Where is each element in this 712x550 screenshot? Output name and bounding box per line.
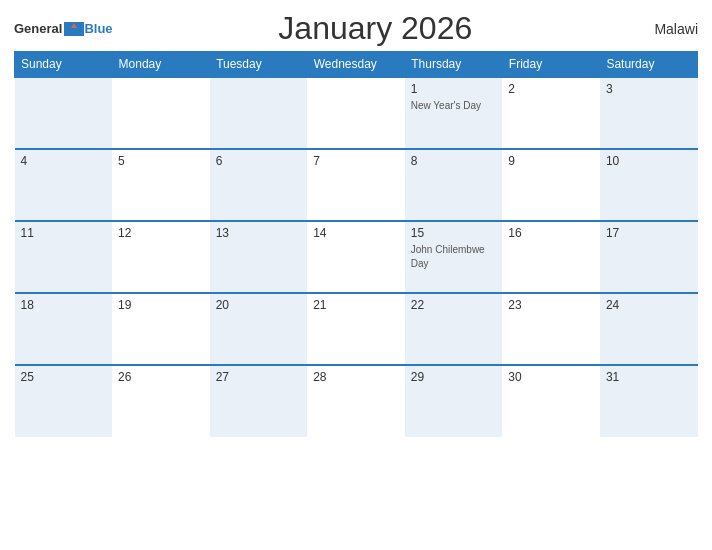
col-header-sunday: Sunday <box>15 52 113 78</box>
day-number: 8 <box>411 154 497 168</box>
day-number: 1 <box>411 82 497 96</box>
calendar-cell <box>112 77 210 149</box>
day-number: 30 <box>508 370 594 384</box>
col-header-thursday: Thursday <box>405 52 503 78</box>
calendar-cell: 6 <box>210 149 308 221</box>
calendar-cell <box>307 77 405 149</box>
calendar-page: General Blue January 2026 Malawi Sunday … <box>0 0 712 550</box>
day-number: 31 <box>606 370 692 384</box>
logo: General Blue <box>14 20 113 38</box>
holiday-label: John Chilembwe Day <box>411 244 485 269</box>
day-number: 2 <box>508 82 594 96</box>
day-number: 13 <box>216 226 302 240</box>
calendar-cell: 31 <box>600 365 698 437</box>
day-number: 18 <box>21 298 107 312</box>
calendar-cell: 13 <box>210 221 308 293</box>
day-number: 16 <box>508 226 594 240</box>
col-header-wednesday: Wednesday <box>307 52 405 78</box>
weekday-header-row: Sunday Monday Tuesday Wednesday Thursday… <box>15 52 698 78</box>
calendar-cell: 15John Chilembwe Day <box>405 221 503 293</box>
calendar-cell: 29 <box>405 365 503 437</box>
calendar-cell: 26 <box>112 365 210 437</box>
day-number: 14 <box>313 226 399 240</box>
day-number: 3 <box>606 82 692 96</box>
day-number: 9 <box>508 154 594 168</box>
day-number: 4 <box>21 154 107 168</box>
calendar-week-row: 25262728293031 <box>15 365 698 437</box>
day-number: 19 <box>118 298 204 312</box>
logo-general: General <box>14 22 62 35</box>
calendar-cell: 8 <box>405 149 503 221</box>
day-number: 28 <box>313 370 399 384</box>
calendar-cell: 30 <box>502 365 600 437</box>
calendar-cell: 9 <box>502 149 600 221</box>
col-header-saturday: Saturday <box>600 52 698 78</box>
calendar-cell: 19 <box>112 293 210 365</box>
col-header-friday: Friday <box>502 52 600 78</box>
calendar-cell: 14 <box>307 221 405 293</box>
calendar-cell: 24 <box>600 293 698 365</box>
calendar-week-row: 18192021222324 <box>15 293 698 365</box>
day-number: 11 <box>21 226 107 240</box>
day-number: 29 <box>411 370 497 384</box>
calendar-cell: 27 <box>210 365 308 437</box>
day-number: 22 <box>411 298 497 312</box>
calendar-cell: 4 <box>15 149 113 221</box>
country-label: Malawi <box>638 21 698 37</box>
day-number: 17 <box>606 226 692 240</box>
calendar-cell: 22 <box>405 293 503 365</box>
day-number: 25 <box>21 370 107 384</box>
day-number: 20 <box>216 298 302 312</box>
calendar-cell: 7 <box>307 149 405 221</box>
calendar-cell <box>210 77 308 149</box>
logo-flag-icon <box>64 22 84 36</box>
calendar-cell: 10 <box>600 149 698 221</box>
day-number: 12 <box>118 226 204 240</box>
calendar-week-row: 1New Year's Day23 <box>15 77 698 149</box>
calendar-cell: 3 <box>600 77 698 149</box>
calendar-cell: 12 <box>112 221 210 293</box>
col-header-monday: Monday <box>112 52 210 78</box>
day-number: 10 <box>606 154 692 168</box>
calendar-cell: 1New Year's Day <box>405 77 503 149</box>
holiday-label: New Year's Day <box>411 100 481 111</box>
day-number: 5 <box>118 154 204 168</box>
calendar-week-row: 1112131415John Chilembwe Day1617 <box>15 221 698 293</box>
calendar-cell: 5 <box>112 149 210 221</box>
day-number: 23 <box>508 298 594 312</box>
calendar-cell: 18 <box>15 293 113 365</box>
day-number: 21 <box>313 298 399 312</box>
day-number: 24 <box>606 298 692 312</box>
calendar-cell: 23 <box>502 293 600 365</box>
calendar-cell <box>15 77 113 149</box>
month-title: January 2026 <box>113 10 638 47</box>
calendar-cell: 11 <box>15 221 113 293</box>
day-number: 26 <box>118 370 204 384</box>
day-number: 15 <box>411 226 497 240</box>
calendar-cell: 21 <box>307 293 405 365</box>
day-number: 7 <box>313 154 399 168</box>
col-header-tuesday: Tuesday <box>210 52 308 78</box>
day-number: 27 <box>216 370 302 384</box>
calendar-cell: 25 <box>15 365 113 437</box>
calendar-cell: 2 <box>502 77 600 149</box>
calendar-week-row: 45678910 <box>15 149 698 221</box>
logo-blue: Blue <box>84 22 112 35</box>
calendar-cell: 17 <box>600 221 698 293</box>
calendar-cell: 28 <box>307 365 405 437</box>
day-number: 6 <box>216 154 302 168</box>
header: General Blue January 2026 Malawi <box>14 10 698 47</box>
calendar-cell: 20 <box>210 293 308 365</box>
calendar-table: Sunday Monday Tuesday Wednesday Thursday… <box>14 51 698 437</box>
calendar-cell: 16 <box>502 221 600 293</box>
